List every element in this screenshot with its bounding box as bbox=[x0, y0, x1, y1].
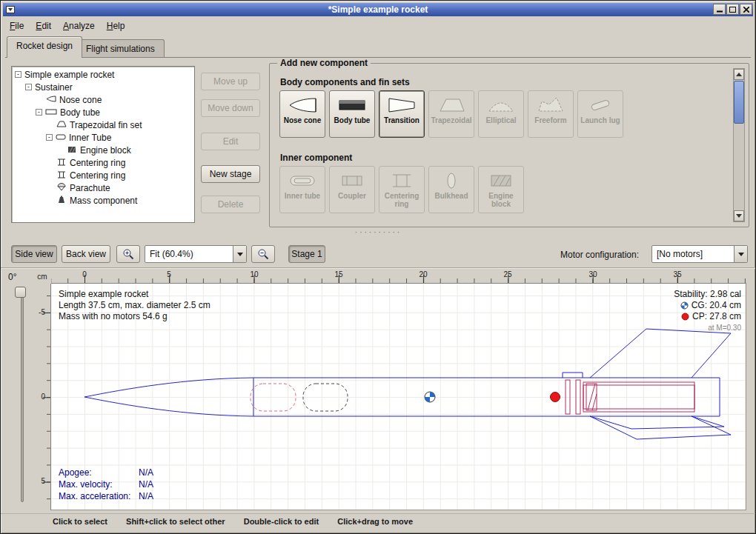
centering-ring-icon bbox=[56, 158, 67, 168]
app-window: *Simple example rocket File Edit Analyze… bbox=[0, 0, 756, 534]
magnifier-minus-icon bbox=[257, 248, 269, 260]
add-launch-lug-button: Launch lug bbox=[577, 90, 623, 138]
motor-configuration-label: Motor configuration: bbox=[560, 250, 639, 260]
hint-double-click: Double-click to edit bbox=[244, 517, 319, 526]
scrollbar-thumb[interactable] bbox=[734, 81, 744, 124]
menu-help[interactable]: Help bbox=[101, 19, 131, 33]
menu-analyze[interactable]: Analyze bbox=[57, 19, 101, 33]
add-body-tube-button[interactable]: Body tube bbox=[329, 90, 375, 138]
move-up-button: Move up bbox=[201, 73, 260, 90]
collapse-handle-icon[interactable] bbox=[25, 84, 32, 90]
cp-marker bbox=[551, 393, 560, 402]
inner-component-label: Inner component bbox=[280, 153, 352, 163]
add-component-title: Add new component bbox=[277, 58, 371, 68]
ruler-unit-label: cm bbox=[35, 273, 50, 281]
rocket-mass: Mass with no motors 54.6 g bbox=[59, 311, 210, 322]
tab-baseline bbox=[5, 57, 751, 58]
tree-item-rocket[interactable]: Simple example rocket bbox=[12, 68, 194, 81]
tab-strip: Rocket design Flight simulations bbox=[5, 36, 751, 58]
mass-component-icon bbox=[56, 196, 67, 206]
centering-ring-icon bbox=[385, 170, 418, 191]
window-menu-icon[interactable] bbox=[4, 4, 16, 15]
minimize-button[interactable] bbox=[713, 4, 726, 15]
scroll-down-icon[interactable] bbox=[734, 210, 744, 221]
title-bar[interactable]: *Simple example rocket bbox=[3, 3, 753, 16]
zoom-in-button[interactable] bbox=[116, 245, 140, 263]
horizontal-ruler: 0 5 10 15 20 25 30 35 bbox=[51, 270, 746, 284]
toolbar-divider bbox=[1, 267, 755, 269]
maximize-button[interactable] bbox=[726, 4, 739, 15]
add-bulkhead-button: Bulkhead bbox=[428, 166, 474, 213]
add-elliptical-fin-button: Elliptical bbox=[478, 90, 524, 138]
menu-edit[interactable]: Edit bbox=[30, 19, 57, 33]
rocket-canvas[interactable]: Simple example rocket Length 37.5 cm, ma… bbox=[51, 284, 746, 510]
tab-flight-simulations[interactable]: Flight simulations bbox=[76, 39, 165, 58]
move-down-button: Move down bbox=[201, 99, 260, 117]
add-centering-ring-button: Centering ring bbox=[379, 166, 425, 213]
collapse-handle-icon[interactable] bbox=[36, 109, 42, 116]
zoom-out-button[interactable] bbox=[251, 245, 275, 263]
collapse-handle-icon[interactable] bbox=[46, 134, 53, 141]
tree-item-mass-component[interactable]: Mass component bbox=[12, 194, 194, 207]
tree-item-body-tube[interactable]: Body tube bbox=[12, 106, 194, 119]
engine-block-icon bbox=[67, 145, 77, 156]
rocket-info: Simple example rocket Length 37.5 cm, ma… bbox=[59, 289, 210, 322]
component-panel-scrollbar[interactable] bbox=[733, 68, 745, 222]
tree-item-engine-block[interactable]: Engine block bbox=[12, 144, 194, 156]
tree-item-centering-ring-1[interactable]: Centering ring bbox=[12, 156, 194, 169]
fin-set-icon bbox=[56, 120, 67, 130]
new-stage-button[interactable]: New stage bbox=[201, 165, 260, 183]
chevron-down-icon[interactable] bbox=[233, 246, 246, 262]
window-title: *Simple example rocket bbox=[3, 4, 753, 15]
menu-file[interactable]: File bbox=[4, 19, 30, 33]
stage-1-toggle[interactable]: Stage 1 bbox=[288, 245, 325, 263]
add-component-group: Add new component Body components and fi… bbox=[269, 63, 749, 227]
tree-item-parachute[interactable]: Parachute bbox=[12, 181, 194, 194]
cp-icon bbox=[681, 313, 689, 321]
magnifier-plus-icon bbox=[122, 248, 134, 260]
motor-configuration-select[interactable]: [No motors] bbox=[651, 245, 748, 263]
body-tube-icon bbox=[336, 95, 368, 116]
menu-bar: File Edit Analyze Help bbox=[4, 17, 752, 34]
collapse-handle-icon[interactable] bbox=[15, 71, 21, 78]
acceleration-label: Max. acceleration: bbox=[59, 490, 139, 502]
inner-tube-icon bbox=[286, 170, 319, 191]
chevron-down-icon[interactable] bbox=[734, 246, 747, 262]
scroll-up-icon[interactable] bbox=[734, 69, 744, 80]
rocket-name: Simple example rocket bbox=[59, 289, 210, 300]
add-transition-button[interactable]: Transition bbox=[379, 90, 425, 138]
tree-item-trapezoidal-fin-set[interactable]: Trapezoidal fin set bbox=[12, 119, 194, 131]
hint-shift-click: Shift+click to select other bbox=[126, 517, 225, 526]
hint-click-drag: Click+drag to move bbox=[337, 517, 413, 526]
add-freeform-fin-button: Freeform bbox=[528, 90, 574, 138]
back-view-button[interactable]: Back view bbox=[62, 245, 110, 263]
centering-ring-icon bbox=[56, 170, 67, 181]
rotation-slider-thumb[interactable] bbox=[15, 287, 26, 298]
launch-lug-icon bbox=[584, 95, 617, 116]
freeform-fin-icon bbox=[534, 95, 567, 116]
tree-item-sustainer[interactable]: Sustainer bbox=[12, 81, 194, 93]
side-view-button[interactable]: Side view bbox=[11, 245, 57, 263]
tree-item-inner-tube[interactable]: Inner Tube bbox=[12, 131, 194, 144]
bulkhead-icon bbox=[435, 170, 468, 191]
tree-item-nose-cone[interactable]: Nose cone bbox=[12, 93, 194, 106]
nose-cone-icon bbox=[286, 95, 319, 116]
zoom-select[interactable]: Fit (60.4%) bbox=[145, 245, 247, 263]
close-button[interactable] bbox=[740, 4, 752, 15]
rotation-value: 0° bbox=[8, 272, 16, 282]
component-tree[interactable]: Simple example rocket Sustainer Nose con… bbox=[11, 66, 195, 223]
rotation-slider-track[interactable] bbox=[21, 289, 24, 502]
tree-item-centering-ring-2[interactable]: Centering ring bbox=[12, 169, 194, 181]
hint-click-select: Click to select bbox=[53, 517, 107, 526]
inner-tube-icon bbox=[56, 133, 66, 143]
cg-value: CG: 20.4 cm bbox=[692, 300, 741, 311]
tab-rocket-design[interactable]: Rocket design bbox=[7, 36, 82, 58]
body-components-label: Body components and fin sets bbox=[280, 77, 410, 87]
velocity-value: N/A bbox=[139, 479, 153, 490]
body-tube-icon bbox=[45, 107, 57, 118]
stability-info: Stability: 2.98 cal CG: 20.4 cm CP: 27.8… bbox=[674, 289, 741, 333]
panel-splitter[interactable] bbox=[1, 229, 755, 241]
acceleration-value: N/A bbox=[139, 491, 153, 501]
coupler-icon bbox=[336, 170, 368, 191]
add-nose-cone-button[interactable]: Nose cone bbox=[279, 90, 325, 138]
